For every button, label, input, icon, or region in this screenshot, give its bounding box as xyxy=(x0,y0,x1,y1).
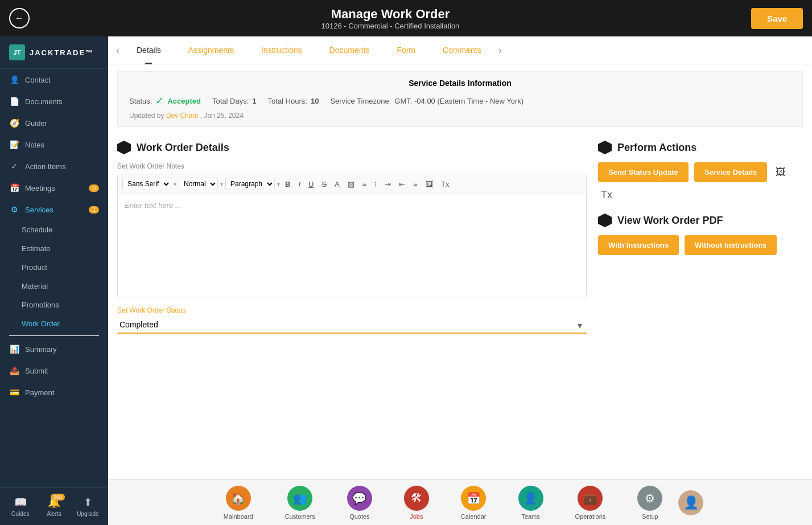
services-badge: 1 xyxy=(89,206,99,214)
timezone-label: Service Timezone: xyxy=(330,97,391,105)
content-and-bottom: ‹ Details Assignments Instructions Docum… xyxy=(108,36,812,525)
updated-date: , Jan 25, 2024 xyxy=(200,112,244,120)
user-avatar[interactable]: 👤 xyxy=(678,490,703,515)
sidebar-item-payment[interactable]: 💳 Payment xyxy=(0,382,108,403)
status-select[interactable]: Completed xyxy=(117,317,587,334)
total-days-label: Total Days: xyxy=(212,97,249,105)
bottom-nav-calendar[interactable]: 📅 Calendar xyxy=(445,483,502,522)
main-layout: JT JACKTRADE™ 👤 Contact 📄 Documents 🧭 Gu… xyxy=(0,36,812,525)
tab-documents[interactable]: Documents xyxy=(316,36,384,64)
sidebar: JT JACKTRADE™ 👤 Contact 📄 Documents 🧭 Gu… xyxy=(0,36,108,525)
with-instructions-button[interactable]: With Instructions xyxy=(598,235,679,255)
italic-button[interactable]: I xyxy=(295,179,303,190)
tab-assignments[interactable]: Assignments xyxy=(175,36,248,64)
page-subtitle: 10126 - Commercial - Certified Installat… xyxy=(321,22,460,30)
underline-button[interactable]: U xyxy=(306,179,316,190)
sidebar-item-action-items-label: Action Items xyxy=(25,162,66,171)
service-details-button[interactable]: Service Details xyxy=(694,162,768,182)
total-hours-item: Total Hours: 10 xyxy=(268,97,319,105)
service-info-title: Service Details Information xyxy=(129,79,791,88)
submenu-material[interactable]: Material xyxy=(0,277,108,296)
jobs-icon: 🛠 xyxy=(404,486,429,511)
quotes-icon: 💬 xyxy=(347,486,372,511)
save-button[interactable]: Save xyxy=(751,8,803,29)
tab-prev-arrow[interactable]: ‹ xyxy=(113,44,123,56)
tab-form[interactable]: Form xyxy=(383,36,429,64)
font-style-select[interactable]: Normal xyxy=(179,178,218,190)
bottom-nav-operations[interactable]: 💼 Operations xyxy=(559,483,622,522)
summary-icon: 📊 xyxy=(9,344,19,354)
sidebar-scroll: 👤 Contact 📄 Documents 🧭 Guider 📝 Notes ✓… xyxy=(0,69,108,487)
service-info-row: Status: ✓ Accepted Total Days: 1 Total H… xyxy=(129,95,791,107)
sidebar-item-services[interactable]: ⚙ Services 1 xyxy=(0,199,108,220)
work-order-hex-icon xyxy=(117,141,131,154)
bottom-nav-customers[interactable]: 👥 Customers xyxy=(269,483,331,522)
calendar-icon: 📅 xyxy=(461,486,486,511)
logo-text: JACKTRADE™ xyxy=(30,48,94,57)
without-instructions-button[interactable]: Without Instructions xyxy=(685,235,777,255)
paragraph-select[interactable]: Paragraph xyxy=(225,178,275,190)
alerts-nav-btn[interactable]: 🔔 268 Alerts xyxy=(38,493,69,520)
submit-icon: 📤 xyxy=(9,366,19,375)
guides-nav-btn[interactable]: 📖 Guides xyxy=(5,493,36,520)
jobs-label: Jobs xyxy=(410,513,423,520)
calendar-label: Calendar xyxy=(461,513,487,520)
highlight-button[interactable]: ▧ xyxy=(345,179,357,190)
text-clear-button[interactable]: Tx xyxy=(598,188,615,202)
strikethrough-button[interactable]: S xyxy=(319,179,329,190)
submenu-product[interactable]: Product xyxy=(0,258,108,277)
updated-by-name[interactable]: Dev Cham xyxy=(166,112,199,120)
status-value: Accepted xyxy=(167,97,201,105)
image-insert-button[interactable]: 🖼 xyxy=(773,162,789,182)
indent-button[interactable]: ⇥ xyxy=(382,179,394,190)
font-color-button[interactable]: A xyxy=(332,179,343,190)
unordered-list-button[interactable]: ⁝ xyxy=(372,179,380,190)
mainboard-icon: 🏠 xyxy=(226,486,251,511)
bottom-nav-teams[interactable]: 👤 Teams xyxy=(502,483,559,522)
submenu-estimate[interactable]: Estimate xyxy=(0,239,108,258)
quotes-label: Quotes xyxy=(349,513,369,520)
font-family-select[interactable]: Sans Serif xyxy=(122,178,171,190)
submenu-promotions[interactable]: Promotions xyxy=(0,296,108,314)
sidebar-item-documents[interactable]: 📄 Documents xyxy=(0,91,108,112)
status-check-icon: ✓ xyxy=(155,95,164,107)
bottom-nav-setup[interactable]: ⚙ Setup xyxy=(621,483,678,522)
back-button[interactable]: ← xyxy=(9,8,30,28)
tab-next-arrow[interactable]: › xyxy=(495,44,505,56)
outdent-button[interactable]: ⇤ xyxy=(396,179,408,190)
perform-action-buttons: Send Status Update Service Details 🖼 Tx xyxy=(598,162,803,202)
sidebar-item-payment-label: Payment xyxy=(25,388,54,397)
guides-icon: 📖 xyxy=(14,496,27,508)
tab-comments[interactable]: Comments xyxy=(429,36,495,64)
sidebar-item-submit[interactable]: 📤 Submit xyxy=(0,360,108,382)
ordered-list-button[interactable]: ≡ xyxy=(360,179,370,190)
send-status-update-button[interactable]: Send Status Update xyxy=(598,162,689,182)
sidebar-item-meetings[interactable]: 📅 Meetings 0 xyxy=(0,177,108,199)
sidebar-item-meetings-label: Meetings xyxy=(25,184,55,192)
sidebar-item-contact[interactable]: 👤 Contact xyxy=(0,69,108,91)
sidebar-item-summary-label: Summary xyxy=(25,345,57,354)
logo-icon: JT xyxy=(9,44,25,60)
align-button[interactable]: ≡ xyxy=(410,179,421,190)
bottom-nav-jobs[interactable]: 🛠 Jobs xyxy=(388,483,445,522)
sidebar-item-notes[interactable]: 📝 Notes xyxy=(0,134,108,155)
submenu-schedule[interactable]: Schedule xyxy=(0,220,108,239)
alerts-label: Alerts xyxy=(47,511,61,517)
sidebar-item-guider[interactable]: 🧭 Guider xyxy=(0,112,108,134)
editor-body[interactable]: Enter text here ... xyxy=(118,194,586,297)
submenu-work-order[interactable]: Work Order xyxy=(0,314,108,333)
alerts-badge: 268 xyxy=(51,494,65,501)
meetings-badge: 0 xyxy=(89,184,99,192)
sidebar-item-action-items[interactable]: ✓ Action Items xyxy=(0,155,108,177)
operations-icon: 💼 xyxy=(578,486,603,511)
bottom-nav-mainboard[interactable]: 🏠 Mainboard xyxy=(208,483,269,522)
perform-actions-hex-icon xyxy=(598,141,612,154)
sidebar-item-summary[interactable]: 📊 Summary xyxy=(0,338,108,360)
bottom-nav-quotes[interactable]: 💬 Quotes xyxy=(331,483,388,522)
tab-instructions[interactable]: Instructions xyxy=(248,36,316,64)
image-button[interactable]: 🖼 xyxy=(423,179,436,190)
upgrade-nav-btn[interactable]: ⬆ Upgrade xyxy=(72,493,104,520)
clear-format-button[interactable]: Tx xyxy=(438,179,452,190)
bold-button[interactable]: B xyxy=(282,179,293,190)
tab-details[interactable]: Details xyxy=(123,36,175,64)
